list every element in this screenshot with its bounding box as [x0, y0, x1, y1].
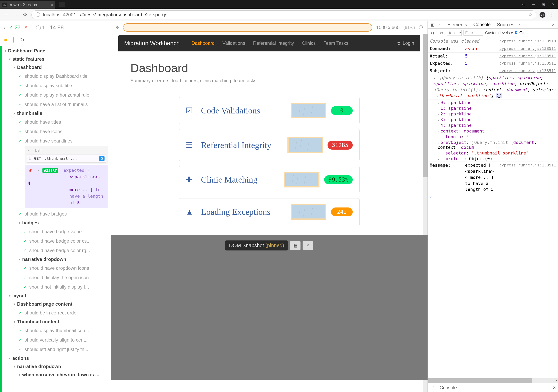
- devtools-hscroll[interactable]: ▸: [428, 378, 558, 383]
- app-brand[interactable]: Migration Workbench: [124, 40, 180, 47]
- account-icon[interactable]: ▭: [519, 0, 529, 9]
- test-item[interactable]: ✓should have dropdown icons: [4, 264, 111, 273]
- source-link[interactable]: cypress runner.js:138511: [499, 60, 556, 66]
- url-bar[interactable]: ⓘ localhost:4200/__/#/tests\integration\…: [31, 10, 536, 19]
- bookmark-star-icon[interactable]: ☆: [528, 12, 532, 17]
- highlight-toggle-icon[interactable]: ▦: [290, 241, 301, 250]
- assertion-block[interactable]: 📌 - ASSERT expected [ <sparkline>, 4 mor…: [25, 165, 108, 208]
- inspect-icon[interactable]: ◧: [429, 22, 436, 28]
- unpin-icon[interactable]: ✕: [303, 241, 313, 250]
- test-item[interactable]: ✓should display the open icon: [4, 273, 111, 282]
- browser-tab[interactable]: cy mwb-v2-redux ×: [0, 1, 55, 9]
- suite-thumbnails[interactable]: ▾thumbnails: [4, 109, 111, 117]
- obj-prop[interactable]: 0: sparkline: [440, 100, 471, 105]
- chevron-down-icon[interactable]: ⌄: [353, 154, 356, 159]
- nav-link-referential[interactable]: Referential Integrity: [253, 40, 294, 46]
- browser-menu-icon[interactable]: ⋮: [549, 11, 555, 18]
- suite-narrative-dropdown[interactable]: ▾narrative dropdown: [4, 255, 111, 264]
- suite-dashboard[interactable]: ▾Dashboard: [4, 63, 111, 71]
- nav-link-clinics[interactable]: Clinics: [302, 40, 316, 46]
- test-item[interactable]: ✓should display a horizontal rule: [4, 90, 111, 100]
- close-icon[interactable]: ✕: [548, 0, 558, 9]
- suite-badges[interactable]: ▾badges: [4, 219, 111, 227]
- test-item[interactable]: ✓should be in correct order: [4, 308, 111, 318]
- test-item[interactable]: ✓should display Dashboard title: [4, 71, 111, 81]
- test-item[interactable]: ✓should have icons: [4, 127, 111, 136]
- test-item[interactable]: ✓should have badge color cs...: [4, 236, 111, 246]
- nav-link-validations[interactable]: Validations: [222, 40, 245, 46]
- console-prompt[interactable]: ›: [428, 193, 558, 200]
- devtools-menu-icon[interactable]: ⋮: [532, 22, 539, 27]
- suite-dashboard-page-content[interactable]: ▾Dashboard page content: [4, 300, 111, 308]
- suite-layout[interactable]: ▾layout: [4, 292, 111, 300]
- suite-static-features[interactable]: ▾static features: [4, 55, 111, 63]
- viewport-info-icon[interactable]: ⓘ: [419, 25, 423, 30]
- source-link[interactable]: cypress runner.js:138511: [499, 68, 556, 73]
- test-item[interactable]: ✓should have a list of thumnails: [4, 100, 111, 109]
- devtools-close-icon[interactable]: ✕: [550, 22, 557, 27]
- tab-elements[interactable]: Elements: [445, 20, 470, 29]
- tab-close-icon[interactable]: ×: [51, 3, 53, 7]
- device-toggle-icon[interactable]: ▫▫: [437, 22, 443, 28]
- test-item[interactable]: ✓should have badge color rg...: [4, 246, 111, 255]
- source-link[interactable]: cypress runner.js:138511: [499, 162, 556, 168]
- suite-thumbnail-content[interactable]: ▾Thumbnail content: [4, 318, 111, 326]
- next-icon[interactable]: ⎮: [13, 37, 15, 43]
- suite-root[interactable]: ▾Dashboard Page: [4, 47, 111, 55]
- selector-playground-icon[interactable]: ✥: [115, 25, 119, 30]
- thumbnail-clinic[interactable]: ✚ Clinic Matching 99.53% ⌄: [179, 166, 359, 193]
- thumbnail-referential[interactable]: ☰ Referential Integrity 31285 ⌄: [179, 129, 359, 161]
- nav-back-icon[interactable]: ←: [3, 11, 9, 18]
- test-item[interactable]: ✓should display thumbnail con...: [4, 326, 111, 335]
- expand-icon[interactable]: ▾: [434, 77, 435, 80]
- tab-sources[interactable]: Sources: [494, 20, 517, 29]
- minimize-icon[interactable]: —: [529, 0, 538, 9]
- test-item[interactable]: ✓should vertically align to cent...: [4, 335, 111, 345]
- test-tree[interactable]: ▾Dashboard Page ▾static features ▾Dashbo…: [0, 46, 111, 392]
- drawer-tab-console[interactable]: Console: [437, 383, 460, 392]
- thumbnail-loading[interactable]: ▲ Loading Exceptions 242: [179, 198, 359, 225]
- log-levels-dropdown[interactable]: Custom levels ▾: [485, 30, 513, 35]
- source-link[interactable]: cypress runner.js:138511: [499, 46, 556, 51]
- nav-link-teamtasks[interactable]: Team Tasks: [324, 40, 348, 46]
- test-item[interactable]: ✓should left and right justify th...: [4, 345, 111, 354]
- console-filter-input[interactable]: [463, 30, 483, 35]
- pin-icon[interactable]: 📌: [28, 168, 32, 172]
- drawer-close-icon[interactable]: ✕: [553, 385, 556, 390]
- console-sidebar-icon[interactable]: ▸▮: [429, 30, 436, 36]
- site-info-icon[interactable]: ⓘ: [35, 12, 40, 18]
- suite-actions[interactable]: ▾actions: [4, 354, 111, 362]
- suite-narrative-dropdown-2[interactable]: ▾narrative dropdown: [4, 362, 111, 371]
- nav-link-dashboard[interactable]: Dashboard: [192, 40, 215, 46]
- clear-console-icon[interactable]: ⊘: [438, 30, 445, 36]
- source-link[interactable]: cypress runner.js:138519: [499, 38, 556, 44]
- tab-console[interactable]: Console: [471, 20, 493, 29]
- thumbnail-code-validations[interactable]: ☑ Code Validations 0 ⌄: [179, 97, 359, 124]
- restart-icon[interactable]: ↻: [20, 37, 24, 43]
- nav-reload-icon[interactable]: ⟳: [22, 11, 28, 18]
- drawer-menu-icon[interactable]: ⋮: [430, 384, 437, 391]
- test-item[interactable]: ✓should have sparklines: [4, 136, 111, 146]
- source-link[interactable]: cypress runner.js:138511: [499, 53, 556, 59]
- test-item[interactable]: ✓should not initially display t...: [4, 282, 111, 292]
- test-item[interactable]: ✓should display sub title: [4, 81, 111, 90]
- context-selector[interactable]: top: [447, 30, 462, 36]
- obj-prop[interactable]: 1: sparkline: [440, 106, 471, 111]
- test-item[interactable]: ✓should have badge value: [4, 227, 111, 236]
- chevron-down-icon[interactable]: ⌄: [353, 118, 356, 122]
- obj-prop[interactable]: 4: sparkline: [440, 123, 471, 128]
- suite-when-chevron[interactable]: ▾when narrative chevron down is ...: [4, 371, 111, 379]
- test-item[interactable]: ✓should have titles: [4, 117, 111, 127]
- nav-link-login[interactable]: ➲Login: [397, 40, 414, 46]
- cypress-ext-icon[interactable]: cy: [540, 12, 545, 18]
- group-similar-checkbox[interactable]: [515, 31, 517, 34]
- specs-back-icon[interactable]: ‹: [4, 24, 5, 30]
- new-tab-button[interactable]: [59, 2, 65, 7]
- aut-url-input[interactable]: [123, 23, 372, 32]
- chevron-down-icon[interactable]: ⌄: [353, 187, 356, 191]
- test-item[interactable]: ✓should have badges: [4, 209, 111, 219]
- maximize-icon[interactable]: ▣: [538, 0, 548, 9]
- tabs-overflow-icon[interactable]: »: [519, 23, 520, 26]
- obj-prop[interactable]: 2: sparkline: [440, 111, 471, 116]
- console-output[interactable]: Console was clearedcypress runner.js:138…: [428, 37, 558, 208]
